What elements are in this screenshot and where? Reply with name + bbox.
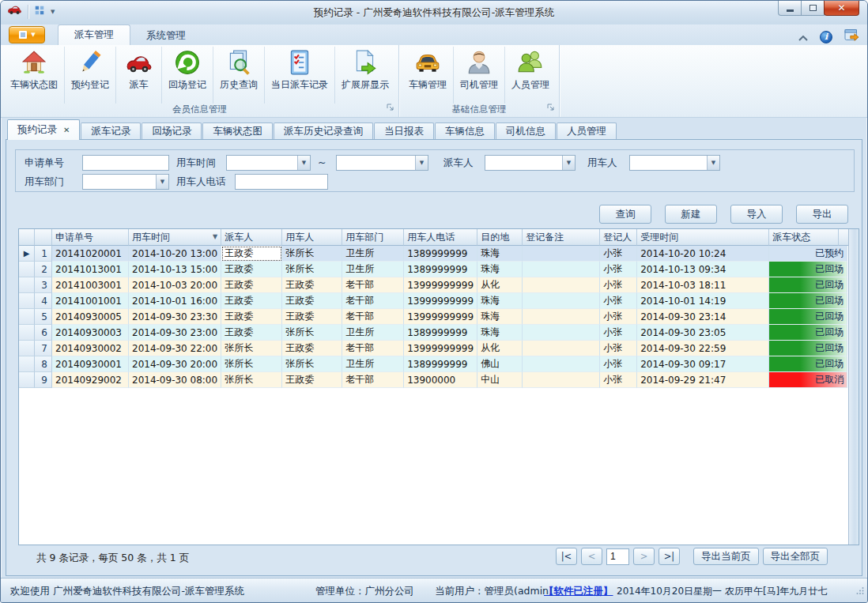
grid-cell[interactable]: 20141001001	[52, 293, 129, 309]
sort-filter-icon[interactable]: ▼	[213, 233, 217, 240]
grid-cell[interactable]: 1389999999	[404, 262, 477, 277]
grid-cell[interactable]: 老干部	[342, 372, 404, 388]
dispatch-status-cell[interactable]: 已取消	[769, 372, 847, 388]
table-row[interactable]: 6201409300032014-09-30 23:00王政委张所长卫生所138…	[19, 325, 847, 341]
create-button[interactable]: 新建	[665, 205, 717, 224]
doc-tab-7[interactable]: 司机信息	[496, 122, 556, 140]
grid-cell[interactable]: 王政委	[282, 341, 342, 356]
grid-cell[interactable]: 卫生所	[342, 356, 404, 372]
grid-cell[interactable]: 珠海	[477, 325, 523, 341]
grid-cell[interactable]: 2014-10-01 14:19	[637, 293, 769, 309]
grid-cell[interactable]: 张所长	[282, 246, 342, 262]
grid-cell[interactable]	[523, 356, 600, 372]
dispatch-status-cell[interactable]: 已回场	[769, 356, 847, 372]
grid-cell[interactable]: 20140930002	[52, 341, 129, 356]
doc-tab-6[interactable]: 车辆信息	[435, 122, 495, 140]
grid-cell[interactable]: 2014-09-30 23:30	[129, 309, 221, 325]
grid-cell[interactable]	[523, 372, 600, 388]
about-window-icon[interactable]	[844, 28, 859, 45]
grid-cell[interactable]: 20140929002	[52, 372, 129, 388]
grid-cell[interactable]: 王政委	[221, 277, 282, 293]
grid-cell[interactable]: 老干部	[342, 293, 404, 309]
grid-cell[interactable]	[523, 246, 600, 262]
grid-cell[interactable]: 2014-09-29 21:47	[637, 372, 769, 388]
ribbon-tab-system[interactable]: 系统管理	[130, 26, 202, 45]
collapse-ribbon-icon[interactable]	[798, 29, 808, 44]
grid-cell[interactable]: 王政委	[221, 309, 282, 325]
grid-cell[interactable]: 2014-10-13 15:00	[129, 262, 221, 277]
quick-access-layout-icon[interactable]	[34, 4, 45, 19]
grid-cell[interactable]: 中山	[477, 372, 523, 388]
column-header[interactable]: 派车人	[221, 229, 282, 246]
grid-cell[interactable]: 王政委	[282, 277, 342, 293]
dropdown-arrow-icon[interactable]: ▼	[415, 156, 428, 170]
grid-cell[interactable]: 小张	[600, 262, 637, 277]
grid-cell[interactable]	[523, 325, 600, 341]
doc-tab-2[interactable]: 回场记录	[142, 122, 202, 140]
table-row[interactable]: 8201409300012014-09-30 20:00张所长张所长卫生所138…	[19, 356, 847, 372]
grid-cell[interactable]: 2014-09-30 22:59	[637, 341, 769, 356]
grid-cell[interactable]: 王政委	[282, 293, 342, 309]
resize-grip[interactable]	[856, 585, 864, 599]
last-page-button[interactable]: >|	[659, 548, 680, 565]
grid-cell[interactable]: 1389999999	[404, 356, 477, 372]
grid-cell[interactable]: 2014-09-30 08:00	[129, 372, 221, 388]
grid-cell[interactable]: 张所长	[221, 372, 282, 388]
doc-tab-0[interactable]: 预约记录✕	[7, 119, 80, 140]
table-row[interactable]: 2201410130012014-10-13 15:00王政委张所长卫生所138…	[19, 262, 847, 277]
grid-cell[interactable]: 20140930005	[52, 309, 129, 325]
export-button[interactable]: 导出	[796, 205, 848, 224]
grid-cell[interactable]: 20140930001	[52, 356, 129, 372]
vehicle-status-chart-button[interactable]: 车辆状态图	[4, 47, 64, 104]
export-current-page-button[interactable]: 导出当前页	[693, 548, 759, 565]
dispatch-status-cell[interactable]: 已回场	[769, 341, 847, 356]
grid-cell[interactable]: 2014-10-03 18:11	[637, 277, 769, 293]
grid-cell[interactable]: 小张	[600, 277, 637, 293]
dispatcher-select[interactable]: ▼	[485, 155, 576, 171]
grid-cell[interactable]	[523, 341, 600, 356]
table-row[interactable]: 9201409290022014-09-30 08:00张所长王政委老干部139…	[19, 372, 847, 388]
dropdown-arrow-icon[interactable]: ▼	[562, 156, 575, 170]
doc-tab-5[interactable]: 当日报表	[374, 122, 434, 140]
personnel-manage-button[interactable]: 人员管理	[504, 47, 556, 104]
grid-cell[interactable]: 老干部	[342, 309, 404, 325]
driver-manage-button[interactable]: 司机管理	[453, 47, 504, 104]
request-no-input[interactable]	[82, 155, 169, 171]
grid-cell[interactable]: 佛山	[477, 356, 523, 372]
dialog-launcher-icon[interactable]	[387, 100, 394, 115]
grid-cell[interactable]: 张所长	[221, 341, 282, 356]
grid-cell[interactable]: 13999999999	[404, 309, 477, 325]
next-page-button[interactable]: >	[633, 548, 655, 565]
department-select[interactable]: ▼	[82, 174, 169, 190]
dialog-launcher-icon[interactable]	[547, 100, 555, 115]
vertical-scrollbar[interactable]	[848, 229, 859, 545]
grid-cell[interactable]: 20140930003	[52, 325, 129, 341]
column-header[interactable]: 目的地	[477, 229, 523, 246]
registered-link[interactable]: 【软件已注册】	[544, 585, 613, 598]
dispatch-button[interactable]: 派车	[115, 47, 161, 104]
column-header[interactable]: 用车时间▼	[129, 229, 221, 246]
grid-cell[interactable]: 从化	[477, 277, 523, 293]
grid-cell[interactable]: 小张	[600, 341, 637, 356]
dropdown-arrow-icon[interactable]: ▼	[297, 156, 310, 170]
dropdown-arrow-icon[interactable]: ▼	[156, 175, 168, 189]
grid-cell[interactable]: 张所长	[282, 325, 342, 341]
grid-cell[interactable]: 珠海	[477, 309, 523, 325]
close-tab-icon[interactable]: ✕	[63, 126, 70, 134]
dispatch-status-cell[interactable]: 已回场	[769, 293, 847, 309]
grid-cell[interactable]	[523, 293, 600, 309]
grid-cell[interactable]: 2014-09-30 23:14	[637, 309, 769, 325]
grid-cell[interactable]: 小张	[600, 356, 637, 372]
grid-cell[interactable]: 20141003001	[52, 277, 129, 293]
grid-cell[interactable]: 2014-09-30 20:00	[129, 356, 221, 372]
grid-cell[interactable]: 张所长	[282, 356, 342, 372]
grid-cell[interactable]: 2014-10-20 10:24	[637, 246, 769, 262]
grid-cell[interactable]: 1389999999	[404, 246, 477, 262]
grid-cell[interactable]: 2014-10-03 20:00	[129, 277, 221, 293]
grid-cell[interactable]: 珠海	[477, 262, 523, 277]
grid-cell[interactable]: 小张	[600, 246, 637, 262]
restore-button[interactable]	[801, 1, 825, 16]
grid-cell[interactable]: 卫生所	[342, 262, 404, 277]
table-row[interactable]: 7201409300022014-09-30 22:00张所长王政委老干部139…	[19, 341, 847, 356]
dispatch-status-cell[interactable]: 已回场	[769, 325, 847, 341]
